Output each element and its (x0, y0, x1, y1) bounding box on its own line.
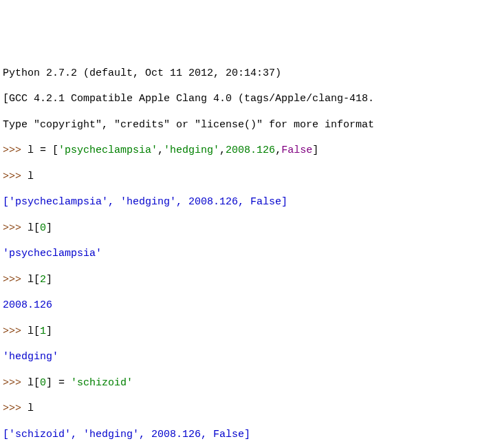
input-line[interactable]: >>> l (3, 171, 497, 184)
help-info: Type "copyright", "credits" or "license(… (3, 119, 497, 132)
prompt: >>> (3, 377, 28, 389)
terminal-output: Python 2.7.2 (default, Oct 11 2012, 20:1… (3, 54, 497, 448)
input-line[interactable]: >>> l[1] (3, 326, 497, 339)
prompt: >>> (3, 171, 28, 182)
prompt: >>> (3, 326, 28, 337)
gcc-info: [GCC 4.2.1 Compatible Apple Clang 4.0 (t… (3, 93, 497, 106)
output-line: 'psycheclampsia' (3, 248, 497, 261)
prompt: >>> (3, 274, 28, 286)
input-line[interactable]: >>> l[0] (3, 222, 497, 235)
output-line: ['schizoid', 'hedging', 2008.126, False] (3, 429, 497, 442)
output-line: ['psycheclampsia', 'hedging', 2008.126, … (3, 196, 497, 209)
input-line[interactable]: >>> l[0] = 'schizoid' (3, 377, 497, 390)
input-line[interactable]: >>> l (3, 403, 497, 416)
output-line: 2008.126 (3, 299, 497, 312)
output-line: 'hedging' (3, 351, 497, 364)
input-line[interactable]: >>> l = ['psycheclampsia','hedging',2008… (3, 145, 497, 158)
input-line[interactable]: >>> l[2] (3, 274, 497, 287)
prompt: >>> (3, 145, 28, 156)
python-version: Python 2.7.2 (default, Oct 11 2012, 20:1… (3, 67, 497, 81)
prompt: >>> (3, 403, 28, 414)
prompt: >>> (3, 222, 28, 234)
